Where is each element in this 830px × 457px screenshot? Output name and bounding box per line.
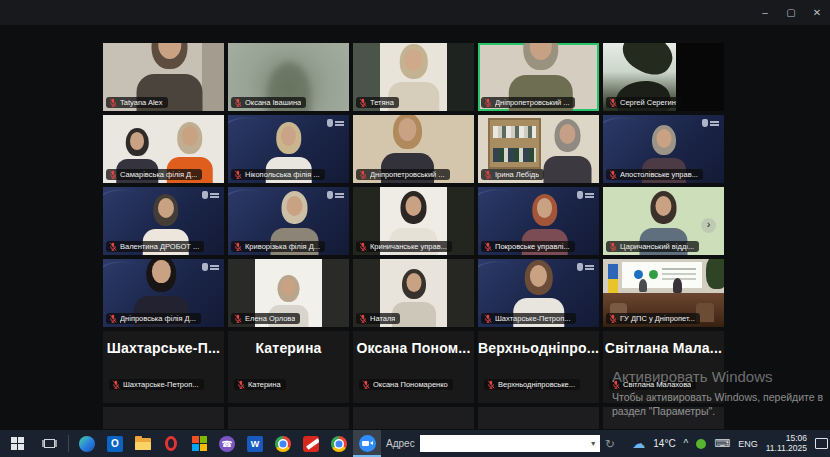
participant-name-label: Ірина Лебідь	[481, 169, 544, 180]
language-indicator[interactable]: ENG	[738, 439, 758, 449]
muted-mic-icon	[359, 170, 367, 179]
ukraine-flag	[608, 264, 618, 293]
dps-logo-watermark	[702, 119, 719, 127]
chevron-down-icon: ▼	[590, 440, 597, 447]
participant-name-text: Дніпропетровський ...	[495, 98, 570, 107]
participant-name-text: Тетяна	[370, 98, 394, 107]
participant-name-label: Tatyana Alex	[106, 97, 168, 108]
participant-name-label: ГУ ДПС у Дніпропет...	[606, 313, 700, 324]
participant-name-label: Криничанське управ...	[356, 241, 452, 252]
wall-accent	[202, 43, 224, 111]
participant-name-text: ГУ ДПС у Дніпропет...	[620, 314, 695, 323]
participant-tile[interactable]: Оксана Івашина	[228, 43, 349, 111]
taskbar-app-opera[interactable]	[157, 430, 185, 457]
muted-mic-icon	[237, 380, 245, 389]
face	[406, 273, 421, 292]
taskbar-app-google-app[interactable]	[325, 430, 353, 457]
participant-tile[interactable]: Ірина Лебідь	[478, 115, 599, 183]
binder-row	[493, 148, 536, 162]
clock[interactable]: 15:06 11.11.2025	[766, 434, 807, 453]
participant-tile[interactable]: Шахтарське-Петроп...	[478, 259, 599, 327]
partial-tile	[353, 407, 474, 429]
participant-name-label: Оксана Івашина	[231, 97, 306, 108]
participant-tile[interactable]: Криворізька філія Д...	[228, 187, 349, 255]
taskbar-app-file-explorer[interactable]	[129, 430, 157, 457]
maximize-button[interactable]: ▢	[778, 0, 804, 25]
participant-tile[interactable]: Криничанське управ...	[353, 187, 474, 255]
logo-text	[335, 193, 344, 198]
keyboard-icon[interactable]: ⌨	[714, 437, 730, 450]
start-button[interactable]	[0, 430, 34, 457]
weather-icon[interactable]: ☁	[632, 436, 645, 451]
task-view-button[interactable]	[34, 430, 64, 457]
system-tray: ☁ 14°C ^ ⌨ ENG 15:06 11.11.2025	[632, 430, 828, 457]
taskbar-app-red-app[interactable]	[297, 430, 325, 457]
tree-branch	[616, 43, 676, 82]
participant-tile[interactable]: Покровське управлі...	[478, 187, 599, 255]
antivirus-tray-icon[interactable]	[696, 439, 706, 449]
pinned-apps: O☎W	[73, 430, 381, 457]
muted-mic-icon	[109, 242, 117, 251]
logo-line	[335, 121, 344, 123]
muted-mic-icon	[234, 314, 242, 323]
close-button[interactable]: ✕	[804, 0, 830, 25]
taskbar-left: O☎W	[0, 430, 381, 457]
participant-tile[interactable]: Сергей Серегин	[603, 43, 724, 111]
participant-name-label: Верхньодніпровське...	[484, 379, 580, 390]
address-input[interactable]: ▼	[420, 435, 600, 452]
participant-tile[interactable]: Дніпропетровський ...	[478, 43, 599, 111]
taskbar-app-outlook[interactable]: O	[101, 430, 129, 457]
logo-line	[335, 196, 344, 198]
dps-logo-watermark	[327, 191, 344, 199]
participant-tile[interactable]: КатеринаКатерина	[228, 331, 349, 403]
participant-tile[interactable]: Світлана Мала...Світлана Малахова	[603, 331, 724, 403]
participant-name-label: Валентина ДРОБОТ ...	[106, 241, 204, 252]
participant-tile[interactable]: ГУ ДПС у Дніпропет...	[603, 259, 724, 327]
participant-name-text: Оксана Івашина	[245, 98, 301, 107]
taskbar-app-chrome[interactable]	[269, 430, 297, 457]
participant-tile[interactable]: Дніпропетровський ...	[353, 115, 474, 183]
weather-temperature[interactable]: 14°C	[653, 438, 675, 449]
participant-tile[interactable]: Апостолівське управ...	[603, 115, 724, 183]
taskbar-app-microsoft-store[interactable]	[185, 430, 213, 457]
participant-tile[interactable]: Шахтарське-П...Шахтарське-Петроп...	[103, 331, 224, 403]
participant-tile[interactable]: Верхньодніпро...Верхньодніпровське...	[478, 331, 599, 403]
participant-display-name: Катерина	[228, 340, 349, 356]
face	[530, 265, 547, 287]
minimize-button[interactable]: –	[752, 0, 778, 25]
muted-mic-icon	[234, 242, 242, 251]
participant-tile[interactable]: Тетяна	[353, 43, 474, 111]
participant-tile[interactable]: Tatyana Alex	[103, 43, 224, 111]
video-grid: Tatyana AlexОксана ІвашинаТетянаДніпропе…	[103, 43, 724, 403]
logo-emblem	[202, 263, 208, 271]
logo-line	[585, 268, 594, 270]
taskbar-app-word[interactable]: W	[241, 430, 269, 457]
participant-name-text: Сергей Серегин	[620, 98, 676, 107]
taskbar-app-edge[interactable]	[73, 430, 101, 457]
logo-line	[335, 193, 344, 195]
participant-tile[interactable]: Дніпровська філія Д...	[103, 259, 224, 327]
participant-name-text: Ірина Лебідь	[495, 170, 539, 179]
window-titlebar: – ▢ ✕	[0, 0, 830, 25]
face	[281, 126, 297, 146]
participant-tile[interactable]: Елена Орлова	[228, 259, 349, 327]
face	[286, 196, 303, 217]
participant-tile[interactable]: Самарівська філія Д...	[103, 115, 224, 183]
face	[655, 196, 672, 217]
participant-name-label: Царичанський відді...	[606, 241, 699, 252]
action-center-icon[interactable]	[815, 438, 828, 449]
participant-tile[interactable]: Нікопольська філія ...	[228, 115, 349, 183]
participant-tile[interactable]: Оксана Поном...Оксана Пономаренко	[353, 331, 474, 403]
participant-display-name: Оксана Поном...	[353, 340, 474, 356]
tray-expand-icon[interactable]: ^	[684, 438, 689, 449]
partial-tile	[478, 407, 599, 429]
participant-display-name: Верхньодніпро...	[478, 340, 599, 356]
taskbar-app-zoom[interactable]	[353, 430, 381, 457]
address-go-button[interactable]: ↻	[605, 437, 615, 451]
participant-tile[interactable]: Наталя	[353, 259, 474, 327]
taskbar-app-viber[interactable]: ☎	[213, 430, 241, 457]
microsoft-store-icon	[192, 436, 207, 451]
muted-mic-icon	[484, 170, 492, 179]
next-page-button[interactable]: ›	[701, 218, 716, 233]
participant-tile[interactable]: Валентина ДРОБОТ ...	[103, 187, 224, 255]
